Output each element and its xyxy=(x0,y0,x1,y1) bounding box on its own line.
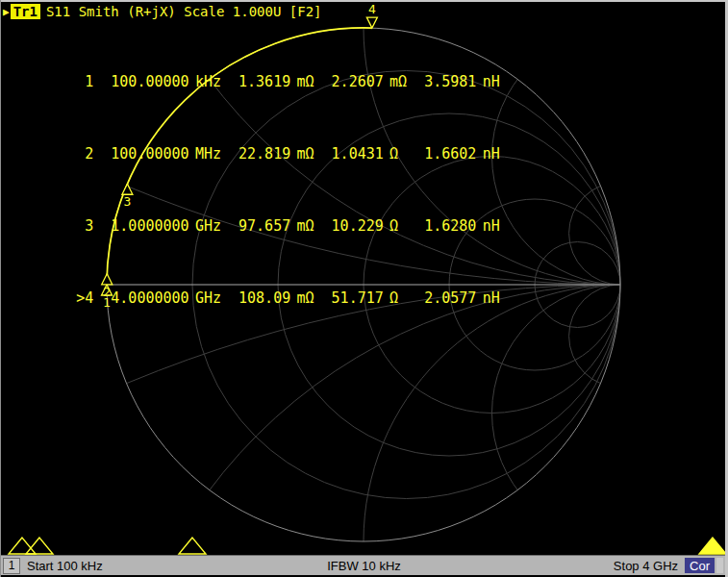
vna-screen: 1234 ▶ Tr1 S11 Smith (R+jX) Scale 1.000U… xyxy=(0,0,728,577)
window-border-top xyxy=(0,0,728,2)
active-trace-arrow-icon: ▶ xyxy=(3,6,10,18)
marker-reactance-unit: Ω xyxy=(389,291,407,306)
marker-frequency-unit: GHz xyxy=(195,291,221,306)
status-bar: 1 Start 100 kHz IFBW 10 kHz Stop 4 GHz C… xyxy=(0,555,728,575)
channel-number-box: 1 xyxy=(3,558,20,574)
marker-number: 1 xyxy=(67,75,93,89)
marker-resistance: 22.819 xyxy=(238,147,290,162)
window-border-left xyxy=(0,0,1,577)
marker-inductance: 3.5981 xyxy=(424,75,476,89)
marker-inductance-unit: nH xyxy=(483,147,500,162)
correction-status-badge: Cor xyxy=(685,558,715,573)
marker-number: >4 xyxy=(67,291,93,306)
marker-reactance: 1.0431 xyxy=(332,147,384,162)
marker-reactance-unit: Ω xyxy=(389,147,407,162)
stimulus-marker-1[interactable] xyxy=(9,538,36,554)
stop-frequency-label: Stop 4 GHz xyxy=(614,559,678,573)
marker-frequency-unit: GHz xyxy=(195,219,221,234)
marker-resistance-unit: mΩ xyxy=(297,75,314,89)
start-frequency-label: Start 100 kHz xyxy=(27,559,103,573)
marker-reactance: 2.2607 xyxy=(332,75,384,89)
marker-triangle-icon xyxy=(366,17,377,28)
marker-inductance: 1.6280 xyxy=(424,219,476,234)
marker-resistance-unit: mΩ xyxy=(297,291,314,306)
trace-format-title: S11 Smith (R+jX) Scale 1.000U [F2] xyxy=(46,4,322,19)
marker-frequency: 1.0000000 xyxy=(111,219,188,234)
marker-frequency: 100.00000 xyxy=(111,75,188,89)
chart-marker-4[interactable]: 4 xyxy=(366,2,377,28)
marker-frequency: 100.00000 xyxy=(111,147,188,162)
marker-resistance: 1.3619 xyxy=(238,75,290,89)
marker-frequency-unit: MHz xyxy=(195,147,221,162)
marker-row: 2100.00000MHz22.819mΩ1.0431Ω1.6602nH xyxy=(15,133,500,176)
status-bar-stub xyxy=(716,558,723,573)
marker-readout-table: 1100.00000kHz1.3619mΩ2.2607mΩ3.5981nH 21… xyxy=(15,32,500,349)
marker-frequency-unit: kHz xyxy=(195,75,221,89)
trace-badge[interactable]: Tr1 xyxy=(11,4,40,19)
marker-resistance-unit: mΩ xyxy=(297,219,314,234)
marker-row: 31.0000000GHz97.657mΩ10.229Ω1.6280nH xyxy=(15,205,500,248)
marker-inductance-unit: nH xyxy=(483,219,500,234)
marker-number: 2 xyxy=(67,147,93,162)
marker-resistance: 97.657 xyxy=(238,219,290,234)
marker-reactance-unit: mΩ xyxy=(389,75,407,89)
trace-header: ▶ Tr1 S11 Smith (R+jX) Scale 1.000U [F2] xyxy=(3,4,322,19)
marker-reactance: 51.717 xyxy=(332,291,384,306)
marker-inductance-unit: nH xyxy=(483,291,500,306)
stimulus-marker-4[interactable] xyxy=(699,538,726,554)
stimulus-marker-2[interactable] xyxy=(26,538,53,554)
marker-row-active: >44.0000000GHz108.09mΩ51.717Ω2.0577nH xyxy=(15,277,500,320)
marker-reactance-unit: Ω xyxy=(389,219,407,234)
status-right-group: Stop 4 GHz Cor xyxy=(614,558,723,573)
marker-inductance: 1.6602 xyxy=(424,147,476,162)
marker-resistance: 108.09 xyxy=(238,291,290,306)
marker-label: 4 xyxy=(368,2,376,16)
marker-reactance: 10.229 xyxy=(332,219,384,234)
marker-row: 1100.00000kHz1.3619mΩ2.2607mΩ3.5981nH xyxy=(15,61,500,104)
marker-resistance-unit: mΩ xyxy=(297,147,314,162)
marker-frequency: 4.0000000 xyxy=(111,291,188,306)
stimulus-marker-3[interactable] xyxy=(179,538,206,554)
marker-number: 3 xyxy=(67,219,93,234)
marker-inductance: 2.0577 xyxy=(424,291,476,306)
marker-inductance-unit: nH xyxy=(483,75,500,89)
